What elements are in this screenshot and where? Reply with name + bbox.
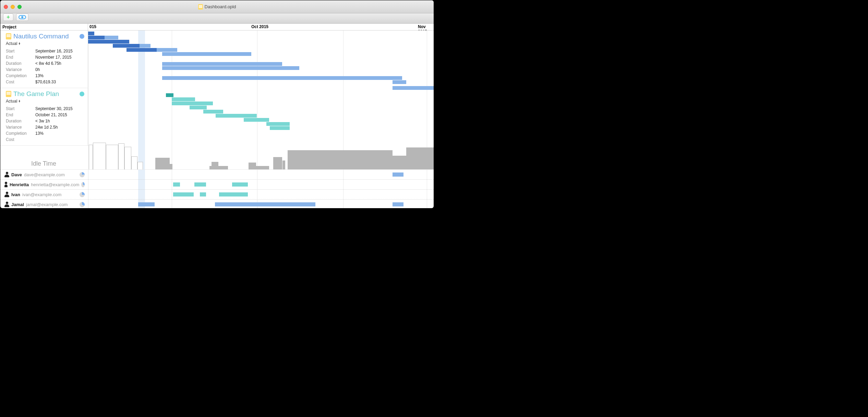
- idle-bar: [249, 166, 269, 169]
- project-detail-row: StartSeptember 30, 2015: [6, 106, 84, 112]
- project-name: The Game Plan: [13, 90, 59, 98]
- project-detail-row: StartSeptember 16, 2015: [6, 48, 84, 54]
- minimize-window-button[interactable]: [11, 5, 15, 9]
- gantt-bar[interactable]: [270, 126, 281, 130]
- resource-timeline: [88, 170, 434, 179]
- resource-name: Dave: [11, 172, 22, 177]
- gantt-bar[interactable]: [216, 114, 257, 118]
- detail-value: 24w 1d 2.5h: [35, 124, 58, 130]
- project-color-dot: [80, 34, 84, 39]
- gantt-bar[interactable]: [88, 36, 105, 39]
- project-column-header[interactable]: Project: [0, 24, 88, 30]
- resource-row[interactable]: Davedave@example.com: [0, 170, 434, 180]
- gantt-bar[interactable]: [203, 110, 223, 114]
- detail-value: November 17, 2015: [35, 54, 71, 60]
- utilization-pie-icon: [80, 192, 85, 197]
- project-block[interactable]: Nautilus CommandActual▲▼StartSeptember 1…: [0, 31, 88, 88]
- resource-bar[interactable]: [173, 192, 194, 196]
- resource-name: Ivan: [11, 192, 20, 197]
- resource-bar[interactable]: [173, 182, 180, 187]
- gantt-bar[interactable]: [393, 86, 434, 90]
- resource-bar[interactable]: [215, 202, 315, 206]
- gantt-bar[interactable]: [244, 118, 269, 122]
- project-detail-row: Cost$70,619.33: [6, 79, 84, 85]
- gantt-bars: [88, 31, 434, 140]
- detail-label: Completion: [6, 130, 35, 136]
- gantt-bar[interactable]: [266, 122, 290, 126]
- gantt-bar[interactable]: [162, 52, 251, 56]
- gantt-bar[interactable]: [162, 66, 299, 70]
- detail-label: Duration: [6, 60, 35, 67]
- gantt-bar[interactable]: [166, 48, 172, 52]
- idle-label: Idle Time: [31, 160, 56, 167]
- project-mode-label: Actual: [6, 41, 17, 46]
- gantt-bar[interactable]: [190, 106, 207, 109]
- utilization-pie-icon: [80, 172, 85, 177]
- detail-label: Variance: [6, 124, 35, 130]
- project-mode-selector[interactable]: Actual▲▼: [6, 41, 84, 46]
- close-window-button[interactable]: [4, 5, 8, 9]
- detail-value: 13%: [35, 130, 44, 136]
- project-block[interactable]: The Game PlanActual▲▼StartSeptember 30, …: [0, 88, 88, 146]
- resource-bar[interactable]: [393, 172, 403, 177]
- gantt-bar[interactable]: [113, 44, 140, 48]
- resource-bar[interactable]: [138, 202, 155, 206]
- resource-bar[interactable]: [393, 202, 403, 206]
- gantt-bar[interactable]: [393, 80, 406, 84]
- project-detail-row: Completion13%: [6, 130, 84, 136]
- detail-value: 0h: [35, 67, 40, 73]
- gantt-bar[interactable]: [88, 40, 129, 44]
- idle-outline-bar: [131, 156, 137, 169]
- titlebar[interactable]: Dashboard.opld: [0, 0, 434, 13]
- idle-bar: [282, 160, 285, 169]
- resource-email: henrietta@example.com: [31, 182, 79, 187]
- project-mode-label: Actual: [6, 99, 17, 104]
- resource-email: dave@example.com: [24, 172, 65, 177]
- gantt-bar[interactable]: [166, 93, 173, 97]
- resource-bar[interactable]: [219, 192, 248, 196]
- gantt-bar[interactable]: [88, 32, 94, 35]
- person-icon: [4, 192, 9, 197]
- utilization-pie-icon: [81, 182, 85, 187]
- person-icon: [4, 172, 9, 177]
- gantt-bar[interactable]: [281, 126, 290, 130]
- idle-bar: [170, 164, 172, 169]
- idle-bar: [288, 150, 297, 169]
- resource-bar[interactable]: [194, 182, 206, 187]
- resource-row[interactable]: Ivanivan@example.com: [0, 190, 434, 200]
- resource-bar[interactable]: [200, 192, 206, 196]
- detail-label: Completion: [6, 73, 35, 79]
- project-detail-row: Completion13%: [6, 73, 84, 79]
- project-icon: [6, 33, 11, 39]
- gantt-bar[interactable]: [172, 97, 195, 101]
- resource-row[interactable]: Jamaljamal@example.com: [0, 200, 434, 208]
- timeline-label: Nov 2015: [418, 24, 434, 30]
- gantt-bar[interactable]: [162, 62, 282, 66]
- detail-value: September 16, 2015: [35, 48, 73, 54]
- chevron-updown-icon: ▲▼: [18, 42, 21, 45]
- project-detail-row: Variance0h: [6, 67, 84, 73]
- timeline-header[interactable]: 015Oct 2015Nov 2015: [88, 24, 434, 30]
- plus-icon: +: [7, 14, 10, 20]
- resource-timeline: [88, 180, 434, 189]
- project-mode-selector[interactable]: Actual▲▼: [6, 99, 84, 104]
- add-button[interactable]: +: [3, 13, 13, 21]
- view-button[interactable]: [16, 13, 28, 21]
- resources-section: Davedave@example.comHenriettahenrietta@e…: [0, 170, 434, 208]
- resource-bar[interactable]: [232, 182, 248, 187]
- resource-name: Henrietta: [10, 182, 29, 187]
- idle-outline-bar: [106, 145, 118, 169]
- gantt-bar[interactable]: [172, 102, 213, 105]
- idle-outline-bar: [124, 147, 131, 169]
- person-icon: [4, 202, 9, 207]
- window-title-text: Dashboard.opld: [205, 4, 236, 9]
- idle-section: Idle Time: [0, 140, 434, 170]
- timeline-label: Oct 2015: [251, 24, 268, 29]
- project-icon: [6, 91, 11, 97]
- gantt-bar[interactable]: [162, 76, 402, 80]
- gantt-bar[interactable]: [126, 48, 157, 52]
- resource-row[interactable]: Henriettahenrietta@example.com: [0, 180, 434, 190]
- zoom-window-button[interactable]: [17, 5, 22, 9]
- column-headers: Project 015Oct 2015Nov 2015: [0, 24, 434, 31]
- project-detail-row: EndOctober 21, 2015: [6, 112, 84, 118]
